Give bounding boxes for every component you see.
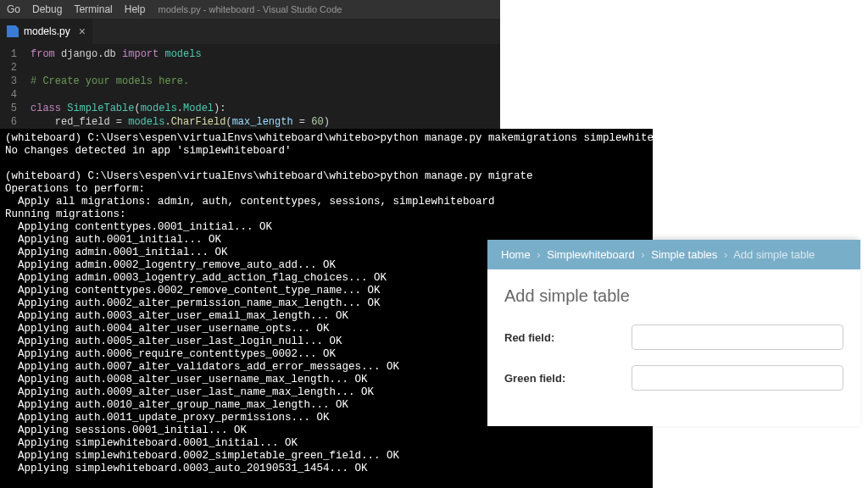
tab-bar: models.py ×: [0, 19, 500, 44]
breadcrumb-current: Add simple table: [733, 248, 815, 261]
line-number: 2: [0, 61, 31, 75]
code-line[interactable]: 2: [0, 61, 500, 75]
form-row-red: Red field:: [504, 324, 843, 350]
tab-models-py[interactable]: models.py ×: [0, 19, 92, 44]
breadcrumb-home[interactable]: Home: [501, 248, 531, 261]
code-line[interactable]: 4: [0, 88, 500, 102]
python-file-icon: [7, 25, 19, 37]
breadcrumb: Home › Simplewhiteboard › Simple tables …: [487, 240, 860, 269]
admin-form: Add simple table Red field: Green field:: [487, 269, 860, 426]
code-content: class SimpleTable(models.Model):: [31, 102, 225, 115]
breadcrumb-sep: ›: [537, 248, 540, 261]
line-number: 3: [0, 75, 31, 88]
form-row-green: Green field:: [504, 365, 843, 391]
breadcrumb-model[interactable]: Simple tables: [651, 248, 717, 261]
code-line[interactable]: 3# Create your models here.: [0, 75, 500, 88]
breadcrumb-sep: ›: [641, 248, 644, 261]
code-content: red_field = models.CharField(max_length …: [31, 115, 330, 129]
line-number: 1: [0, 47, 31, 61]
code-content: from django.db import models: [31, 47, 202, 61]
line-number: 4: [0, 88, 31, 102]
breadcrumb-app[interactable]: Simplewhiteboard: [547, 248, 634, 261]
vscode-editor: Go Debug Terminal Help models.py - white…: [0, 0, 500, 129]
code-editor[interactable]: 1from django.db import models23# Create …: [0, 44, 500, 142]
menubar: Go Debug Terminal Help models.py - white…: [0, 0, 500, 19]
code-line[interactable]: 5class SimpleTable(models.Model):: [0, 102, 500, 115]
label-red-field: Red field:: [504, 331, 632, 344]
menu-debug[interactable]: Debug: [32, 3, 62, 15]
code-line[interactable]: 6 red_field = models.CharField(max_lengt…: [0, 115, 500, 129]
code-content: # Create your models here.: [31, 75, 189, 88]
line-number: 5: [0, 102, 31, 115]
red-field-input[interactable]: [632, 324, 843, 350]
line-number: 6: [0, 115, 31, 129]
label-green-field: Green field:: [504, 372, 632, 385]
code-line[interactable]: 1from django.db import models: [0, 47, 500, 61]
django-admin-panel: Home › Simplewhiteboard › Simple tables …: [487, 240, 860, 426]
page-title: Add simple table: [504, 286, 843, 306]
close-icon[interactable]: ×: [79, 25, 86, 38]
menu-go[interactable]: Go: [7, 3, 20, 15]
menu-help[interactable]: Help: [125, 3, 146, 15]
breadcrumb-sep: ›: [724, 248, 727, 261]
menu-terminal[interactable]: Terminal: [74, 3, 112, 15]
tab-label: models.py: [24, 25, 70, 37]
green-field-input[interactable]: [632, 365, 843, 391]
